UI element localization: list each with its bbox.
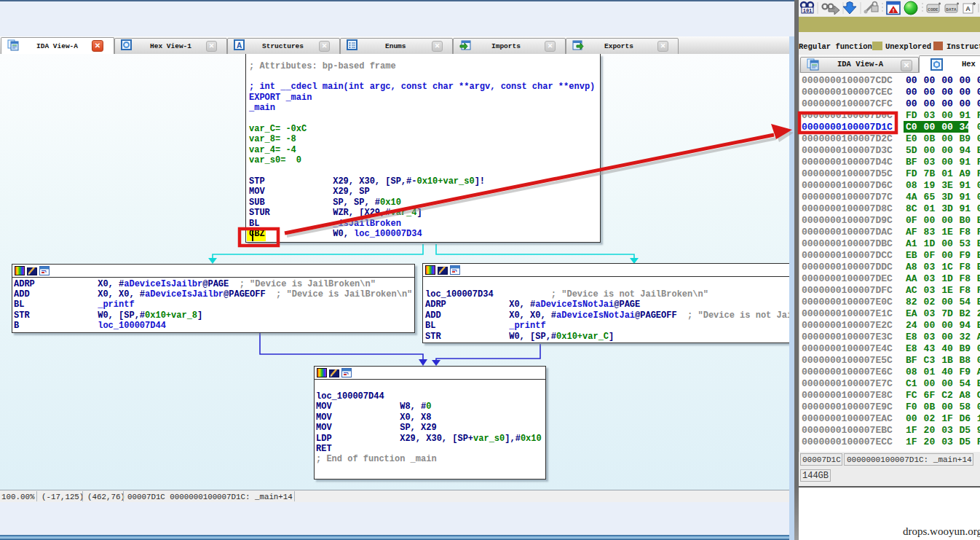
svg-text:101: 101	[803, 8, 813, 14]
svg-text:!: !	[893, 7, 895, 14]
svg-text:CODE: CODE	[928, 7, 938, 12]
svg-text:DATA: DATA	[946, 7, 957, 12]
svg-text:A: A	[237, 42, 242, 50]
svg-text:A: A	[965, 5, 971, 12]
